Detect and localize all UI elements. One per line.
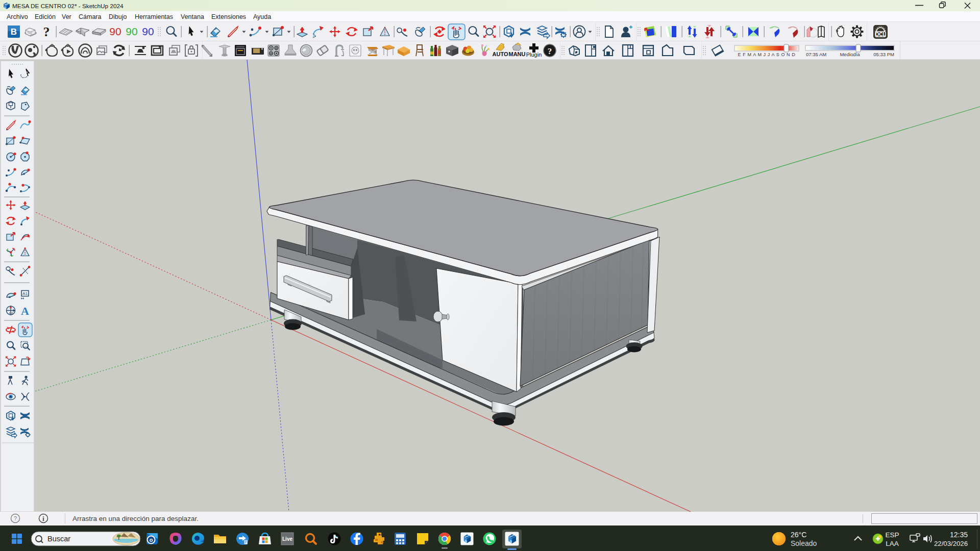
svg-text:26°C: 26°C: [791, 531, 806, 539]
svg-text:Live: Live: [282, 536, 292, 542]
svg-text:90: 90: [126, 26, 137, 37]
svg-text:LAA: LAA: [886, 540, 899, 547]
svg-text:?: ?: [14, 515, 17, 521]
svg-text:E F M A M J J A S O N D: E F M A M J J A S O N D: [738, 52, 796, 57]
svg-text:Plugin: Plugin: [526, 52, 542, 58]
svg-text:Buscar: Buscar: [47, 535, 70, 543]
svg-text:A: A: [21, 305, 29, 317]
svg-text:?: ?: [548, 46, 552, 56]
svg-text:?: ?: [43, 24, 50, 39]
svg-text:o: o: [150, 537, 153, 543]
svg-text:90: 90: [109, 26, 121, 37]
svg-text:90: 90: [142, 26, 154, 37]
svg-text:22/03/2026: 22/03/2026: [934, 540, 968, 547]
svg-text:Mediodía: Mediodía: [840, 52, 860, 57]
svg-text:AUTO: AUTO: [493, 51, 508, 57]
svg-text:07:35 AM: 07:35 AM: [806, 52, 826, 57]
svg-text:i: i: [42, 515, 44, 522]
svg-text:A1: A1: [22, 291, 28, 296]
svg-text:05:33 PM: 05:33 PM: [873, 52, 894, 57]
svg-text:OCL: OCL: [875, 32, 886, 37]
svg-text:B: B: [11, 27, 17, 37]
svg-text:MANU: MANU: [509, 51, 526, 57]
svg-text:Soleado: Soleado: [791, 539, 817, 547]
svg-text:ESP: ESP: [885, 531, 899, 539]
svg-text:12:35: 12:35: [950, 531, 968, 539]
svg-text:A:E: A:E: [9, 312, 13, 315]
